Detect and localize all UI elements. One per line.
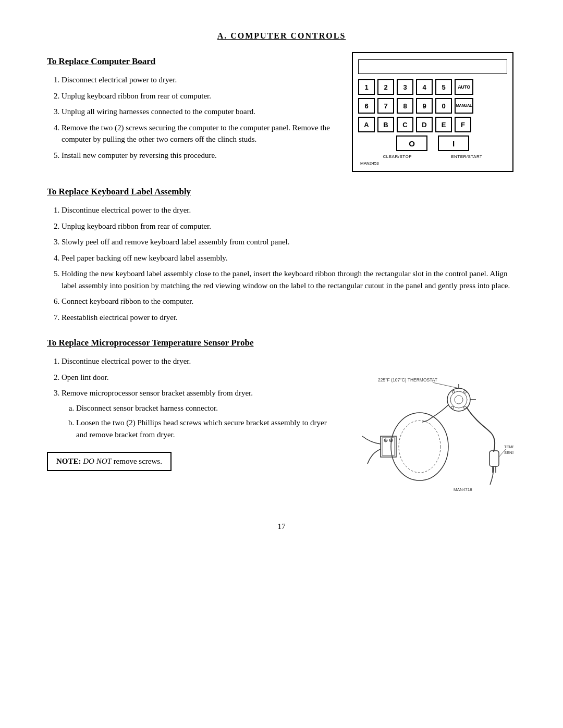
key-auto: AUTO — [455, 79, 473, 95]
list-item: Reestablish electrical power to dryer. — [62, 312, 516, 324]
key-2: 2 — [377, 79, 394, 95]
keyboard-row-4: O I — [358, 135, 507, 151]
list-item: Open lint door. — [62, 372, 334, 384]
page-title: A. COMPUTER CONTROLS — [47, 31, 516, 41]
sub-list-item: Disconnect sensor bracket harness connec… — [76, 402, 334, 414]
svg-point-0 — [391, 413, 448, 480]
key-9: 9 — [416, 98, 433, 114]
list-item: Slowly peel off and remove keyboard labe… — [62, 236, 516, 248]
list-item: Remove the two (2) screws securing the c… — [62, 122, 334, 145]
key-7: 7 — [377, 98, 394, 114]
section3-heading: To Replace Microprocessor Temperature Se… — [47, 338, 516, 348]
note-label: NOTE: DO NOT remove screws. — [56, 457, 162, 465]
section2-heading: To Replace Keyboard Label Assembly — [47, 187, 516, 197]
key-b: B — [377, 117, 394, 132]
key-4: 4 — [416, 79, 433, 95]
svg-point-1 — [399, 421, 440, 473]
section3-sub-steps: Disconnect sensor bracket harness connec… — [76, 402, 334, 441]
keyboard-row-2: 6 7 8 9 0 MANUAL — [358, 98, 507, 114]
svg-text:SENSOR PROBE: SENSOR PROBE — [504, 450, 513, 455]
sensor-diagram: 225°F (107°C) THERMOSTAT TEMPERATURE SEN… — [352, 355, 513, 501]
note-box: NOTE: DO NOT remove screws. — [47, 452, 172, 471]
note-bold: NOTE: — [56, 457, 81, 465]
key-1: 1 — [358, 79, 375, 95]
keyboard-diagram-container: 1 2 3 4 5 AUTO 6 7 8 9 0 MANUAL A B C — [349, 52, 516, 172]
sensor-diagram-container: 225°F (107°C) THERMOSTAT TEMPERATURE SEN… — [349, 355, 516, 501]
svg-point-18 — [451, 406, 454, 409]
svg-rect-19 — [489, 451, 499, 466]
keyboard-display — [358, 59, 507, 74]
list-item: Remove microprocessor sensor bracket ass… — [62, 387, 334, 440]
list-item: Discontinue electrical power to the drye… — [62, 204, 516, 216]
svg-point-16 — [464, 391, 467, 393]
svg-text:225°F (107°C) THERMOSTAT: 225°F (107°C) THERMOSTAT — [378, 377, 437, 382]
key-f: F — [455, 117, 471, 132]
section2-steps: Discontinue electrical power to the drye… — [62, 204, 516, 323]
section3-text: Discontinue electrical power to the drye… — [47, 355, 334, 501]
label-clear-stop: CLEAR/STOP — [383, 154, 412, 159]
key-manual: MANUAL — [455, 98, 473, 114]
key-o: O — [396, 135, 427, 151]
svg-text:MAN4718: MAN4718 — [454, 487, 472, 492]
keyboard-man-number: MAN2453 — [358, 161, 507, 166]
keyboard-row-3: A B C D E F — [358, 117, 507, 132]
sensor-diagram-graphics: 225°F (107°C) THERMOSTAT TEMPERATURE SEN… — [362, 377, 513, 492]
key-3: 3 — [397, 79, 413, 95]
keyboard-bottom-labels: CLEAR/STOP ENTER/START — [358, 154, 507, 159]
key-c: C — [397, 117, 413, 132]
key-6: 6 — [358, 98, 375, 114]
svg-rect-2 — [381, 436, 396, 457]
list-item: Disconnect electrical power to dryer. — [62, 74, 334, 86]
list-item: Unplug all wiring harnesses connected to… — [62, 106, 334, 118]
section1-heading: To Replace Computer Board — [47, 56, 334, 67]
section1-text: To Replace Computer Board Disconnect ele… — [47, 52, 334, 172]
svg-point-11 — [450, 391, 467, 408]
label-enter-start: ENTER/START — [451, 154, 482, 159]
list-item: Unplug keyboard ribbon from rear of comp… — [62, 220, 516, 232]
section1-steps: Disconnect electrical power to dryer. Un… — [62, 74, 334, 161]
key-8: 8 — [397, 98, 413, 114]
note-italic: DO NOT — [83, 457, 112, 465]
svg-point-17 — [464, 406, 467, 409]
page-number: 17 — [47, 522, 516, 531]
list-item: Connect keyboard ribbon to the computer. — [62, 295, 516, 307]
section3-content-row: Discontinue electrical power to the drye… — [47, 355, 516, 501]
key-0: 0 — [435, 98, 452, 114]
svg-point-12 — [455, 396, 463, 404]
keyboard-diagram: 1 2 3 4 5 AUTO 6 7 8 9 0 MANUAL A B C — [352, 52, 513, 172]
list-item: Unplug keyboard ribbon from rear of comp… — [62, 90, 334, 102]
svg-line-22 — [433, 382, 459, 388]
list-item: Install new computer by reversing this p… — [62, 150, 334, 162]
key-i: I — [438, 135, 469, 151]
svg-text:TEMPERATURE: TEMPERATURE — [504, 445, 513, 449]
list-item: Peel paper backing off new keyboard labe… — [62, 252, 516, 264]
key-a: A — [358, 117, 375, 132]
key-5: 5 — [435, 79, 452, 95]
keyboard-row-1: 1 2 3 4 5 AUTO — [358, 79, 507, 95]
section2-container: To Replace Keyboard Label Assembly Disco… — [47, 187, 516, 323]
key-e: E — [435, 117, 452, 132]
note-rest: remove screws. — [112, 457, 162, 465]
list-item: Discontinue electrical power to the drye… — [62, 355, 334, 367]
section3-container: To Replace Microprocessor Temperature Se… — [47, 338, 516, 501]
section3-steps: Discontinue electrical power to the drye… — [62, 355, 334, 440]
sub-list-item: Loosen the two (2) Phillips head screws … — [76, 417, 334, 440]
key-d: D — [416, 117, 433, 132]
list-item: Holding the new keyboard label assembly … — [62, 268, 516, 291]
svg-point-15 — [452, 391, 455, 393]
step3-text: Remove microprocessor sensor bracket ass… — [62, 389, 253, 397]
